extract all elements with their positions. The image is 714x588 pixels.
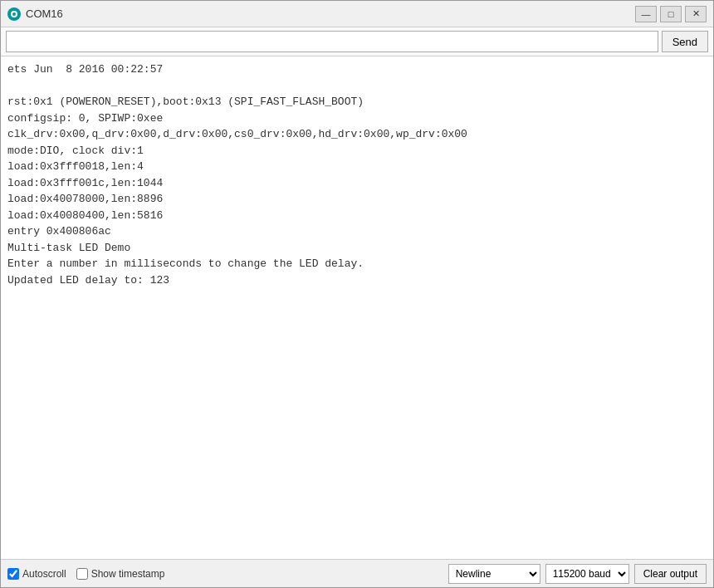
close-button[interactable]: ✕: [685, 6, 707, 22]
main-window: COM16 — □ ✕ Send ets Jun 8 2016 00:22:57…: [0, 0, 714, 588]
svg-point-1: [12, 12, 16, 16]
window-title: COM16: [26, 7, 63, 20]
send-button[interactable]: Send: [662, 31, 708, 52]
minimize-button[interactable]: —: [635, 6, 657, 22]
autoscroll-checkbox[interactable]: [7, 568, 19, 580]
newline-select[interactable]: NewlineNo line endingCarriage returnBoth…: [448, 564, 540, 584]
autoscroll-label[interactable]: Autoscroll: [22, 568, 66, 580]
timestamp-label[interactable]: Show timestamp: [91, 568, 165, 580]
output-area: ets Jun 8 2016 00:22:57 rst:0x1 (POWERON…: [1, 56, 713, 559]
window-controls: — □ ✕: [635, 6, 707, 22]
timestamp-checkbox[interactable]: [76, 568, 88, 580]
maximize-button[interactable]: □: [660, 6, 682, 22]
status-right: NewlineNo line endingCarriage returnBoth…: [448, 564, 707, 584]
title-bar: COM16 — □ ✕: [1, 1, 713, 27]
status-bar: Autoscroll Show timestamp NewlineNo line…: [1, 559, 713, 587]
output-text: ets Jun 8 2016 00:22:57 rst:0x1 (POWERON…: [7, 61, 707, 288]
baud-select[interactable]: 300 baud1200 baud2400 baud4800 baud9600 …: [545, 564, 629, 584]
toolbar: Send: [1, 27, 713, 56]
timestamp-group: Show timestamp: [76, 568, 165, 580]
app-icon: [7, 7, 21, 21]
autoscroll-group: Autoscroll: [7, 568, 66, 580]
title-bar-left: COM16: [7, 7, 63, 21]
serial-input[interactable]: [6, 31, 658, 52]
clear-output-button[interactable]: Clear output: [634, 564, 707, 584]
